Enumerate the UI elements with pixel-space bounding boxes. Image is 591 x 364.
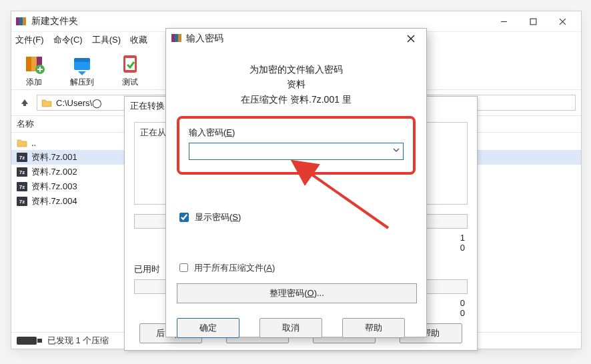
annotation-highlight-frame: 输入密码(E) [177,116,416,175]
maximize-button[interactable] [518,12,548,31]
sevenz-icon: 7z [17,181,27,192]
svg-rect-7 [26,57,31,71]
menu-favorite[interactable]: 收藏 [130,34,147,46]
keyboard-icon [17,335,42,346]
organize-passwords-button[interactable]: 整理密码(O)... [177,283,417,303]
main-window-title: 新建文件夹 [31,15,489,27]
pw-msg-line3: 在压缩文件 资料.7z.001 里 [177,92,416,107]
svg-rect-0 [16,17,19,25]
file-name: 资料.7z.003 [31,181,77,193]
chevron-down-icon[interactable] [392,146,400,156]
file-name: 资料.7z.001 [31,151,77,163]
svg-rect-2 [23,17,26,25]
password-input-label: 输入密码(E) [189,127,404,139]
ok-button[interactable]: 确定 [177,318,239,338]
pw-msg-line1: 为加密的文件输入密码 [177,62,416,77]
progress-title: 正在转换 [130,100,165,112]
organize-passwords-label: 整理密码(O)... [269,287,324,299]
extract-icon [70,51,94,75]
all-archives-checkbox-input[interactable] [179,263,188,272]
password-dialog: 输入密码 为加密的文件输入密码 资料 在压缩文件 资料.7z.001 里 输入密… [165,28,427,337]
pw-msg-line2: 资料 [177,77,416,91]
svg-rect-20 [175,34,178,42]
svg-rect-18 [37,339,42,343]
menu-file[interactable]: 文件(F) [15,34,44,46]
updir-label: .. [31,138,36,148]
password-titlebar[interactable]: 输入密码 [166,29,426,49]
folder-icon [17,137,27,148]
dialog-close-button[interactable] [401,29,421,48]
password-input[interactable] [189,143,404,160]
show-password-label: 显示密码(S) [195,211,241,223]
progress-extracting-label: 正在从 [140,127,166,137]
svg-rect-1 [19,17,23,25]
show-password-checkbox-input[interactable] [179,213,189,222]
toolbar-test[interactable]: 测试 [114,51,146,88]
password-dialog-title: 输入密码 [186,33,223,45]
menu-tools[interactable]: 工具(S) [92,34,121,46]
svg-rect-14 [74,58,90,62]
toolbar-extract-to[interactable]: 解压到 [66,51,98,88]
help-button[interactable]: 帮助 [342,318,405,338]
svg-rect-4 [530,19,536,25]
folder-icon [41,98,52,107]
path-text: C:\Users\◯ [56,98,102,108]
all-archives-checkbox[interactable]: 用于所有压缩文件(A) [177,261,416,274]
sevenz-icon: 7z [17,167,27,177]
status-text: 已发现 1 个压缩 [47,335,109,347]
sevenz-icon: 7z [17,152,27,163]
menu-command[interactable]: 命令(C) [53,34,83,46]
svg-rect-19 [171,34,175,42]
show-password-checkbox[interactable]: 显示密码(S) [177,211,416,224]
file-name: 资料.7z.002 [31,166,77,178]
toolbar-extract-label: 解压到 [70,77,94,88]
svg-rect-17 [17,337,37,345]
winrar-app-icon [15,15,27,27]
cancel-button[interactable]: 取消 [259,318,322,338]
elapsed-label: 已用时 [134,263,160,275]
file-name: 资料.7z.004 [31,195,77,207]
svg-rect-21 [178,34,181,42]
minimize-button[interactable] [489,12,518,31]
winrar-app-icon [171,33,182,45]
toolbar-add[interactable]: 添加 [18,51,50,88]
toolbar-add-label: 添加 [26,77,42,88]
password-message: 为加密的文件输入密码 资料 在压缩文件 资料.7z.001 里 [177,62,416,107]
all-archives-label: 用于所有压缩文件(A) [194,262,275,274]
sevenz-icon: 7z [17,196,27,207]
close-button[interactable] [548,12,577,31]
test-icon [118,51,142,75]
toolbar-test-label: 测试 [122,77,138,88]
add-icon [22,51,46,75]
nav-up-icon[interactable] [17,95,33,111]
